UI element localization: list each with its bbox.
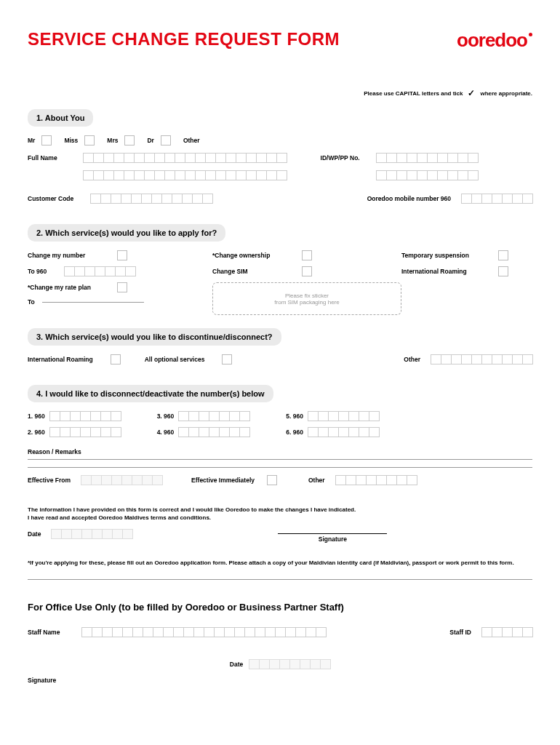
signature-line[interactable] (278, 533, 387, 534)
sticker-text-1: Please fix sticker (285, 292, 329, 299)
n5-cells[interactable] (308, 411, 379, 421)
n1-cells[interactable] (49, 411, 121, 421)
checkbox-change-plan[interactable] (117, 282, 127, 292)
label-customer-code: Customer Code (28, 195, 86, 202)
checkbox-mr[interactable] (41, 135, 52, 146)
label-change-number: Change my number (28, 252, 115, 259)
idno-cells-2[interactable] (376, 170, 478, 180)
effective-from-cells[interactable] (81, 475, 162, 485)
mobile-cells[interactable] (461, 194, 532, 204)
sticker-box: Please fix sticker from SIM packaging he… (212, 282, 401, 315)
reason-line-2[interactable] (28, 467, 532, 468)
label-office-date: Date (230, 661, 243, 668)
label-staff-name: Staff Name (28, 629, 71, 636)
label-mobile: Ooredoo mobile number 960 (367, 195, 451, 202)
checkbox-temp-suspension[interactable] (498, 250, 508, 260)
reason-line-1[interactable] (28, 459, 532, 460)
label-to: To (28, 298, 42, 306)
label-n6: 6. 960 (286, 429, 303, 436)
office-divider (28, 579, 532, 580)
n2-cells[interactable] (49, 427, 121, 437)
n6-cells[interactable] (308, 427, 379, 437)
to960-cells[interactable] (64, 266, 135, 276)
label-all-optional: All optional services (145, 356, 205, 363)
label-other-disc: Other (404, 356, 420, 363)
checkbox-intl-roaming-disc[interactable] (111, 354, 121, 364)
section4-header: 4. I would like to disconnect/deactivate… (28, 385, 273, 402)
label-change-plan: *Change my rate plan (28, 284, 115, 291)
section-services-apply: 2. Which service(s) would you like to ap… (28, 224, 532, 315)
checkbox-intl-roaming-apply[interactable] (498, 266, 508, 276)
label-dr: Dr (147, 137, 153, 144)
label-mr: Mr (28, 137, 35, 144)
section-services-discontinue: 3. Which service(s) would you like to di… (28, 328, 532, 372)
label-office-signature: Signature (28, 677, 532, 684)
instruction-pre: Please use CAPITAL letters and tick (364, 90, 463, 97)
label-change-ownership: *Change ownership (212, 252, 300, 259)
declaration-line2: I have read and accepted Ooredoo Maldive… (28, 514, 532, 522)
checkbox-change-number[interactable] (117, 250, 127, 260)
label-miss: Miss (64, 137, 78, 144)
footnote: *If you're applying for these, please fi… (28, 559, 532, 566)
label-change-sim: Change SIM (212, 268, 300, 275)
office-header: For Office Use Only (to be filled by Oor… (28, 602, 532, 613)
checkbox-change-sim[interactable] (302, 266, 312, 276)
section-about-you: 1. About You Mr Miss Mrs Dr Other Full N… (28, 109, 532, 211)
page: SERVICE CHANGE REQUEST FORM ooredoo Plea… (0, 0, 560, 698)
office-date-cells[interactable] (249, 659, 330, 669)
label-reason: Reason / Remarks (28, 448, 532, 455)
checkbox-all-optional[interactable] (222, 354, 232, 364)
label-other: Other (183, 137, 200, 144)
label-n3: 3. 960 (157, 413, 175, 420)
instruction-post: where appropriate. (480, 90, 532, 97)
plan-to-line[interactable] (42, 302, 144, 303)
label-effective-immediately: Effective Immediately (191, 477, 255, 484)
other-effective-cells[interactable] (335, 475, 417, 485)
staff-name-cells[interactable] (81, 627, 326, 637)
logo-text: ooredoo (457, 29, 527, 52)
label-other-effective: Other (308, 477, 325, 484)
header: SERVICE CHANGE REQUEST FORM ooredoo (28, 29, 532, 52)
checkbox-effective-immediately[interactable] (267, 475, 277, 485)
label-intl-roaming-disc: International Roaming (28, 356, 93, 363)
instruction-text: Please use CAPITAL letters and tick ✓ wh… (28, 88, 532, 98)
label-n4: 4. 960 (157, 429, 175, 436)
declaration-line1: The information I have provided on this … (28, 506, 532, 514)
checkbox-change-ownership[interactable] (302, 250, 312, 260)
label-mrs: Mrs (107, 137, 118, 144)
checkmark-icon: ✓ (468, 88, 475, 98)
label-intl-roaming-apply: International Roaming (401, 268, 496, 275)
label-temp-suspension: Temporary suspension (401, 252, 496, 259)
sticker-text-2: from SIM packaging here (274, 299, 339, 306)
name-id-row: Full Name ID/WP/PP No. (28, 153, 532, 188)
declaration-text: The information I have provided on this … (28, 506, 532, 522)
ooredoo-logo: ooredoo (457, 29, 532, 52)
label-effective-from: Effective From (28, 477, 71, 484)
fullname-cells-2[interactable] (83, 170, 287, 180)
section-disconnect-numbers: 4. I would like to disconnect/deactivate… (28, 385, 532, 493)
customer-code-cells[interactable] (90, 194, 212, 204)
section2-header: 2. Which service(s) would you like to ap… (28, 224, 225, 242)
checkbox-miss[interactable] (84, 135, 95, 146)
label-date: Date (28, 530, 41, 538)
label-idno: ID/WP/PP No. (321, 154, 372, 162)
label-n5: 5. 960 (286, 413, 303, 420)
label-to960: To 960 (28, 268, 64, 275)
section1-header: 1. About You (28, 109, 93, 127)
label-n2: 2. 960 (28, 429, 45, 436)
staff-id-cells[interactable] (481, 627, 532, 637)
checkbox-mrs[interactable] (124, 135, 135, 146)
n4-cells[interactable] (178, 427, 249, 437)
label-fullname: Full Name (28, 154, 79, 162)
label-n1: 1. 960 (28, 413, 45, 420)
other-disc-cells[interactable] (431, 354, 532, 364)
date-cells[interactable] (51, 529, 132, 539)
logo-dot-icon (529, 33, 532, 36)
checkbox-dr[interactable] (161, 135, 171, 146)
label-staff-id: Staff ID (449, 629, 471, 636)
fullname-cells-1[interactable] (83, 153, 287, 163)
n3-cells[interactable] (178, 411, 249, 421)
idno-cells-1[interactable] (376, 153, 478, 163)
section3-header: 3. Which service(s) would you like to di… (28, 328, 281, 346)
form-title: SERVICE CHANGE REQUEST FORM (28, 29, 340, 49)
